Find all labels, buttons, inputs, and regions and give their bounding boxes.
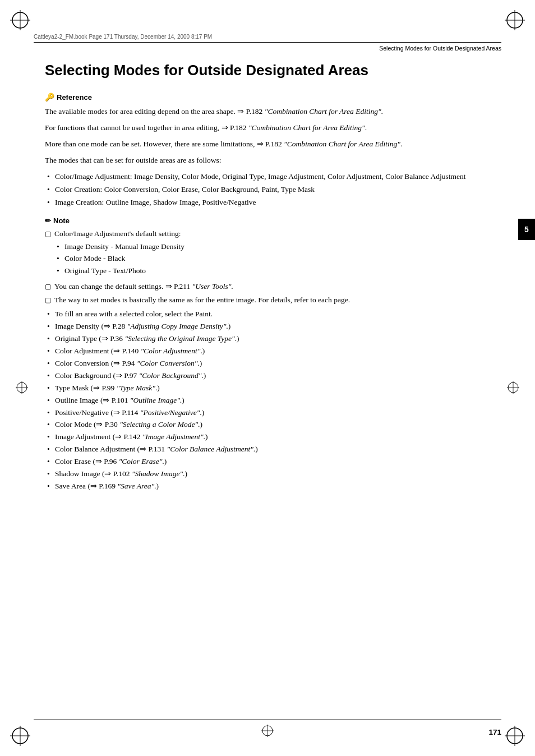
list-item: ▢ Color/Image Adjustment's default setti… [45, 228, 479, 280]
note-heading: ✏ Note [45, 216, 479, 225]
outside-modes-list: Color/Image Adjustment: Image Density, C… [45, 171, 479, 209]
list-item: Color Creation: Color Conversion, Color … [55, 184, 479, 196]
main-content: Selecting Modes for Outside Designated A… [45, 56, 479, 495]
reference-para-3: More than one mode can be set. However, … [45, 139, 479, 150]
page-title: Selecting Modes for Outside Designated A… [45, 62, 479, 79]
list-item: Type Mask (⇒ P.99 "Type Mask".) [55, 382, 479, 394]
list-item: Image Creation: Outline Image, Shadow Im… [55, 197, 479, 209]
checkbox-icon: ▢ [45, 282, 51, 292]
list-item: Color/Image Adjustment: Image Density, C… [55, 171, 479, 183]
chapter-tab: 5 [518, 219, 535, 240]
list-item: Color Conversion (⇒ P.94 "Color Conversi… [55, 358, 479, 370]
detail-items-list: To fill an area with a selected color, s… [45, 308, 479, 492]
crosshair-left-mid [16, 381, 28, 396]
page-number: 171 [488, 728, 501, 736]
checkbox-icon: ▢ [45, 295, 51, 306]
reference-para-4: The modes that can be set for outside ar… [45, 155, 479, 167]
footer-rule [34, 720, 501, 720]
list-item: ▢ You can change the default settings. ⇒… [45, 281, 479, 293]
chapter-tab-number: 5 [524, 225, 529, 234]
header-rule [34, 42, 501, 43]
list-item: Image Density (⇒ P.28 "Adjusting Copy Im… [55, 321, 479, 333]
checkbox-item-text: The way to set modes is basically the sa… [54, 294, 350, 306]
crosshair-right-mid [507, 381, 519, 396]
reference-heading: 🔑 Reference [45, 93, 479, 102]
key-icon: 🔑 [45, 93, 54, 102]
pencil-icon: ✏ [45, 216, 51, 225]
list-item: To fill an area with a selected color, s… [55, 308, 479, 320]
list-item: Color Mode - Black [64, 253, 185, 265]
header-bar: Cattleya2-2_FM.book Page 171 Thursday, D… [34, 34, 501, 52]
list-item: Original Type - Text/Photo [64, 265, 185, 277]
corner-mark-tl [10, 10, 30, 30]
list-item: Shadow Image (⇒ P.102 "Shadow Image".) [55, 468, 479, 480]
corner-mark-tr [505, 10, 525, 30]
reference-para-2: For functions that cannot be used togeth… [45, 122, 479, 134]
list-item: ▢ The way to set modes is basically the … [45, 294, 479, 306]
reference-para-1: The available modes for area editing dep… [45, 106, 479, 118]
note-checkbox-list: ▢ Color/Image Adjustment's default setti… [45, 228, 479, 307]
corner-mark-bl [10, 726, 30, 746]
header-page-title: Selecting Modes for Outside Designated A… [34, 45, 501, 52]
list-item: Color Balance Adjustment (⇒ P.131 "Color… [55, 444, 479, 455]
footer-bottom: 171 [34, 725, 501, 739]
file-info: Cattleya2-2_FM.book Page 171 Thursday, D… [34, 34, 501, 40]
list-item: Save Area (⇒ P.169 "Save Area".) [55, 481, 479, 492]
list-item: Color Adjustment (⇒ P.140 "Color Adjustm… [55, 345, 479, 357]
list-item: Color Erase (⇒ P.96 "Color Erase".) [55, 456, 479, 468]
footer-crosshair-icon [261, 725, 274, 739]
default-settings-list: Image Density - Manual Image Density Col… [54, 241, 185, 278]
checkbox-item-text: You can change the default settings. ⇒ P… [54, 281, 233, 293]
list-item: Positive/Negative (⇒ P.114 "Positive/Neg… [55, 407, 479, 419]
checkbox-icon: ▢ [45, 229, 51, 239]
list-item: Color Mode (⇒ P.30 "Selecting a Color Mo… [55, 419, 479, 431]
list-item: Image Adjustment (⇒ P.142 "Image Adjustm… [55, 431, 479, 443]
list-item: Outline Image (⇒ P.101 "Outline Image".) [55, 395, 479, 407]
corner-mark-br [505, 726, 525, 746]
page: Cattleya2-2_FM.book Page 171 Thursday, D… [0, 0, 535, 756]
list-item: Color Background (⇒ P.97 "Color Backgrou… [55, 370, 479, 382]
list-item: Image Density - Manual Image Density [64, 241, 185, 253]
footer-area: 171 [34, 720, 501, 739]
checkbox-item-text: Color/Image Adjustment's default setting… [54, 228, 185, 280]
list-item: Original Type (⇒ P.36 "Selecting the Ori… [55, 333, 479, 345]
